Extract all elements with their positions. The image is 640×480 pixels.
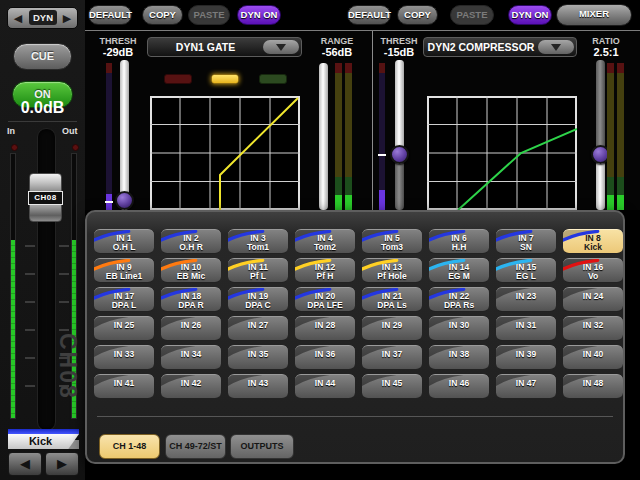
channel-select-button[interactable]: IN 18 DPA R	[161, 287, 221, 312]
channel-select-button[interactable]: IN 24	[563, 287, 623, 312]
channel-select-button[interactable]: IN 17 DPA L	[94, 287, 154, 312]
dyn1-paste-button[interactable]: PASTE	[188, 5, 230, 25]
channel-select-button[interactable]: IN 41	[94, 374, 154, 399]
dyn1-thresh-slider-knob[interactable]	[115, 191, 134, 210]
channel-select-button[interactable]: IN 33	[94, 345, 154, 370]
cue-button[interactable]: CUE	[13, 43, 72, 70]
dyn2-paste-button[interactable]: PASTE	[450, 5, 494, 25]
channel-select-button[interactable]: IN 46	[429, 374, 489, 399]
channel-select-button[interactable]: IN 10 EB Mic	[161, 258, 221, 283]
channel-color-tag-icon	[161, 317, 221, 340]
channel-color-tag-icon	[228, 288, 288, 311]
channel-select-button[interactable]: IN 27	[228, 316, 288, 341]
dyn1-range-label: RANGE	[311, 36, 363, 46]
channel-select-panel: IN 1 O.H L IN 2 O.H R IN 3 Tom1 IN 4 Tom…	[85, 210, 625, 464]
dyn1-copy-button[interactable]: COPY	[142, 5, 183, 25]
channel-select-button[interactable]: IN 14 EG M	[429, 258, 489, 283]
channel-color-tag-icon	[429, 346, 489, 369]
channel-select-button[interactable]: IN 47	[496, 374, 556, 399]
page-prev-arrow-icon[interactable]: ◀	[9, 10, 27, 26]
channel-select-button[interactable]: IN 5 Tom3	[362, 229, 422, 254]
channel-select-button[interactable]: IN 28	[295, 316, 355, 341]
channel-select-button[interactable]: IN 6 H.H	[429, 229, 489, 254]
page-selector[interactable]: ◀ DYN ▶	[7, 7, 78, 29]
channel-select-button[interactable]: IN 19 DPA C	[228, 287, 288, 312]
channel-select-button[interactable]: IN 29	[362, 316, 422, 341]
tab-ch-1-48[interactable]: CH 1-48	[99, 434, 160, 459]
dyn2-ratio-label: RATIO	[580, 36, 632, 46]
channel-select-button[interactable]: IN 4 Tom2	[295, 229, 355, 254]
channel-next-button[interactable]: ▶	[45, 452, 79, 476]
channel-select-button[interactable]: IN 21 DPA Ls	[362, 287, 422, 312]
channel-select-button[interactable]: IN 8 Kick	[563, 229, 623, 254]
channel-select-button[interactable]: IN 40	[563, 345, 623, 370]
tab-outputs[interactable]: OUTPUTS	[230, 434, 294, 459]
page-next-arrow-icon[interactable]: ▶	[58, 10, 76, 26]
dyn1-thresh-value: -29dB	[92, 46, 144, 58]
channel-select-button[interactable]: IN 36	[295, 345, 355, 370]
channel-select-button[interactable]: IN 39	[496, 345, 556, 370]
channel-color-tag-icon	[94, 346, 154, 369]
channel-select-button[interactable]: IN 1 O.H L	[94, 229, 154, 254]
channel-select-button[interactable]: IN 23	[496, 287, 556, 312]
channel-select-button[interactable]: IN 30	[429, 316, 489, 341]
dyn2-on-toggle[interactable]: DYN ON	[508, 5, 552, 25]
channel-select-button[interactable]: IN 16 Vo	[563, 258, 623, 283]
channel-select-button[interactable]: IN 32	[563, 316, 623, 341]
channel-select-button[interactable]: IN 43	[228, 374, 288, 399]
tab-ch-49-72-st[interactable]: CH 49-72/ST	[165, 434, 226, 459]
channel-prev-button[interactable]: ◀	[8, 452, 42, 476]
dyn2-gr-meter-2	[617, 63, 624, 210]
channel-select-button[interactable]: IN 12 Pf H	[295, 258, 355, 283]
channel-select-button[interactable]: IN 31	[496, 316, 556, 341]
channel-select-button[interactable]: IN 45	[362, 374, 422, 399]
channel-select-button[interactable]: IN 25	[94, 316, 154, 341]
meter-in-label: In	[7, 126, 15, 136]
dyn1-type-dropdown[interactable]: DYN1 GATE	[147, 37, 302, 57]
channel-select-button[interactable]: IN 3 Tom1	[228, 229, 288, 254]
dyn2-thresh-slider-track[interactable]	[395, 60, 404, 210]
dyn1-thresh-slider-track[interactable]	[120, 60, 129, 210]
channel-color-tag-icon	[429, 317, 489, 340]
dyn2-type-dropdown[interactable]: DYN2 COMPRESSOR	[423, 37, 577, 57]
mixer-button[interactable]: MIXER	[556, 4, 632, 26]
channel-select-button[interactable]: IN 48	[563, 374, 623, 399]
channel-select-button[interactable]: IN 11 Pf L	[228, 258, 288, 283]
channel-select-button[interactable]: IN 22 DPA Rs	[429, 287, 489, 312]
channel-select-button[interactable]: IN 9 EB Line1	[94, 258, 154, 283]
dropdown-arrow-icon[interactable]	[538, 40, 574, 54]
channel-select-button[interactable]: IN 13 Pf Hole	[362, 258, 422, 283]
channel-select-button[interactable]: IN 44	[295, 374, 355, 399]
dyn2-thresh-label: THRESH	[373, 36, 425, 46]
fader-gain-value: 0.0dB	[0, 99, 85, 117]
channel-select-button[interactable]: IN 35	[228, 345, 288, 370]
channel-color-tag-icon	[94, 317, 154, 340]
channel-select-button[interactable]: IN 15 EG L	[496, 258, 556, 283]
gate-transfer-curve	[220, 98, 298, 210]
gate-led-green	[259, 74, 287, 84]
channel-select-button[interactable]: IN 7 SN	[496, 229, 556, 254]
channel-select-button[interactable]: IN 20 DPA LFE	[295, 287, 355, 312]
fader-handle[interactable]: CH08	[29, 173, 62, 222]
dyn2-thresh-slider-knob[interactable]	[390, 145, 409, 164]
channel-select-button[interactable]: IN 37	[362, 345, 422, 370]
dyn2-copy-button[interactable]: COPY	[397, 5, 438, 25]
dyn1-range-slider-track[interactable]	[319, 63, 328, 210]
dyn2-default-button[interactable]: DEFAULT	[347, 5, 391, 25]
channel-select-button[interactable]: IN 42	[161, 374, 221, 399]
channel-select-button[interactable]: IN 34	[161, 345, 221, 370]
channel-color-tag-icon	[496, 259, 556, 282]
dyn1-default-button[interactable]: DEFAULT	[88, 5, 132, 25]
fader-tick	[25, 245, 35, 247]
channel-color-tag-icon	[94, 230, 154, 253]
channel-color-stripe	[8, 429, 79, 434]
dropdown-arrow-icon[interactable]	[263, 40, 299, 54]
channel-color-tag-icon	[429, 259, 489, 282]
channel-select-button[interactable]: IN 2 O.H R	[161, 229, 221, 254]
channel-select-button[interactable]: IN 26	[161, 316, 221, 341]
dyn2-ratio-slider-track[interactable]	[596, 60, 605, 210]
channel-color-tag-icon	[496, 375, 556, 398]
fader-tick	[59, 329, 69, 331]
dyn1-on-toggle[interactable]: DYN ON	[237, 5, 281, 25]
channel-select-button[interactable]: IN 38	[429, 345, 489, 370]
